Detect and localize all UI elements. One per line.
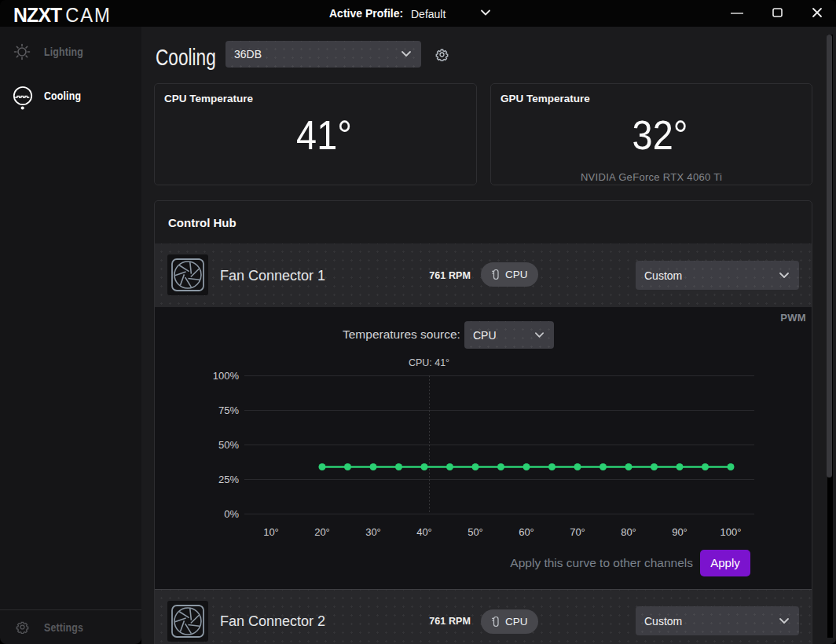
svg-text:0%: 0%	[224, 508, 239, 520]
svg-text:40°: 40°	[416, 526, 432, 538]
svg-text:60°: 60°	[519, 526, 534, 538]
svg-text:80°: 80°	[621, 526, 636, 538]
svg-text:20°: 20°	[314, 526, 330, 538]
svg-text:30°: 30°	[365, 526, 381, 538]
svg-text:90°: 90°	[672, 526, 688, 538]
svg-text:100%: 100%	[213, 370, 240, 382]
svg-text:25%: 25%	[218, 474, 239, 485]
svg-text:50%: 50%	[218, 439, 239, 451]
svg-text:10°: 10°	[263, 526, 279, 538]
svg-text:50°: 50°	[468, 526, 483, 538]
svg-text:100°: 100°	[720, 526, 742, 538]
svg-text:CPU: 41°: CPU: 41°	[409, 357, 449, 368]
svg-text:70°: 70°	[570, 526, 585, 538]
svg-text:75%: 75%	[218, 404, 239, 416]
